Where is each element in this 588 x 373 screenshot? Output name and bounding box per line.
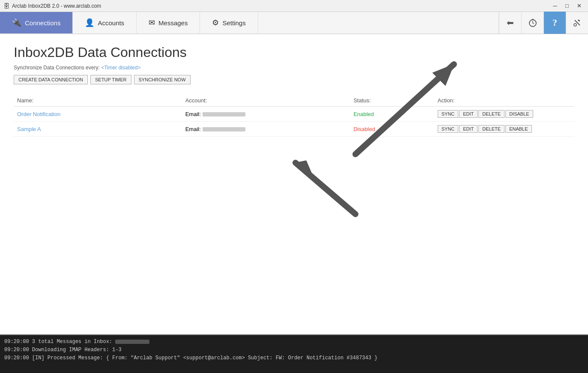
- status-cell-0: Enabled: [350, 107, 434, 122]
- col-header-status: Status:: [350, 95, 434, 107]
- action-sync-button-0[interactable]: SYNC: [438, 110, 459, 118]
- svg-marker-10: [295, 161, 313, 176]
- settings-label: Settings: [222, 19, 245, 27]
- svg-point-6: [574, 24, 576, 26]
- email-blur-0: [203, 112, 245, 116]
- table-row: Order NotificationEmail: EnabledSYNCEDIT…: [14, 107, 574, 122]
- email-blur-1: [203, 127, 245, 131]
- setup-timer-button[interactable]: SETUP TIMER: [90, 75, 131, 84]
- connections-table: Name: Account: Status: Action: Order Not…: [14, 95, 574, 137]
- action-edit-button-0[interactable]: EDIT: [459, 110, 478, 118]
- status-badge-0: Enabled: [353, 111, 374, 117]
- connection-name-link-1[interactable]: Sample A: [17, 126, 41, 132]
- messages-icon: ✉: [149, 18, 155, 27]
- tab-messages[interactable]: ✉ Messages: [137, 12, 200, 33]
- action-enable-button-1[interactable]: ENABLE: [505, 125, 531, 133]
- action-buttons-row: CREATE DATA CONNECTION SETUP TIMER SYNCH…: [14, 75, 574, 84]
- nav-right-buttons: ⬅ ?: [498, 12, 588, 33]
- action-edit-button-1[interactable]: EDIT: [459, 125, 478, 133]
- app-title: Arclab Inbox2DB 2.0 - www.arclab.com: [12, 3, 101, 9]
- help-button[interactable]: ?: [543, 12, 566, 34]
- connections-icon: 🔌: [12, 18, 21, 27]
- action-disable-button-0[interactable]: DISABLE: [505, 110, 533, 118]
- create-connection-button[interactable]: CREATE DATA CONNECTION: [14, 75, 88, 84]
- tab-connections[interactable]: 🔌 Connections: [0, 12, 73, 33]
- page-title: Inbox2DB Data Connections: [14, 45, 574, 60]
- sync-info: Synchronize Data Connections every: <Tim…: [14, 65, 574, 71]
- title-bar: 🗄 Arclab Inbox2DB 2.0 - www.arclab.com ─…: [0, 0, 588, 12]
- account-cell-1: Email:: [182, 122, 350, 137]
- nav-bar: 🔌 Connections 👤 Accounts ✉ Messages ⚙ Se…: [0, 12, 588, 34]
- app-icon: 🗄: [3, 3, 9, 9]
- tab-settings[interactable]: ⚙ Settings: [200, 12, 258, 33]
- main-content: Inbox2DB Data Connections Synchronize Da…: [0, 34, 588, 334]
- tools-button[interactable]: [566, 12, 588, 34]
- timer-button[interactable]: [521, 12, 543, 34]
- status-badge-1: Disabled: [353, 126, 375, 132]
- table-row: Sample AEmail: DisabledSYNCEDITDELETEENA…: [14, 122, 574, 137]
- table-header-row: Name: Account: Status: Action:: [14, 95, 574, 107]
- connections-label: Connections: [25, 19, 60, 27]
- settings-icon: ⚙: [212, 18, 219, 27]
- action-delete-button-0[interactable]: DELETE: [478, 110, 504, 118]
- action-delete-button-1[interactable]: DELETE: [478, 125, 504, 133]
- accounts-label: Accounts: [98, 19, 124, 27]
- maximize-button[interactable]: □: [561, 2, 573, 10]
- accounts-icon: 👤: [85, 18, 94, 27]
- svg-rect-5: [577, 19, 580, 22]
- account-cell-0: Email:: [182, 107, 350, 122]
- messages-label: Messages: [158, 19, 188, 27]
- back-button[interactable]: ⬅: [499, 12, 521, 34]
- connection-name-link-0[interactable]: Order Notification: [17, 111, 60, 117]
- col-header-action: Action:: [434, 95, 574, 107]
- title-bar-controls: ─ □ ✕: [549, 2, 585, 10]
- close-button[interactable]: ✕: [573, 2, 585, 10]
- timer-link[interactable]: <Timer disabled>: [101, 65, 140, 71]
- action-cell-0: SYNCEDITDELETEDISABLE: [434, 107, 574, 122]
- minimize-button[interactable]: ─: [549, 2, 561, 10]
- col-header-name: Name:: [14, 95, 182, 107]
- sync-info-prefix: Synchronize Data Connections every:: [14, 65, 100, 71]
- title-bar-left: 🗄 Arclab Inbox2DB 2.0 - www.arclab.com: [3, 3, 101, 9]
- synchronize-now-button[interactable]: SYNCHRONIZE NOW: [134, 75, 191, 84]
- log-line-2: 09:20:00 Downloading IMAP Headers: 1-3: [4, 346, 584, 354]
- status-cell-1: Disabled: [350, 122, 434, 137]
- col-header-account: Account:: [182, 95, 350, 107]
- action-sync-button-1[interactable]: SYNC: [438, 125, 459, 133]
- svg-line-9: [295, 163, 355, 214]
- log-blur-1: [115, 340, 149, 344]
- tab-accounts[interactable]: 👤 Accounts: [73, 12, 137, 33]
- svg-line-2: [533, 23, 534, 24]
- log-panel: 09:20:00 3 total Messages in Inbox: 09:2…: [0, 334, 588, 373]
- log-line-1: 09:20:00 3 total Messages in Inbox:: [4, 338, 584, 346]
- action-cell-1: SYNCEDITDELETEENABLE: [434, 122, 574, 137]
- log-line-3: 09:20:00 [IN] Processed Message: { From:…: [4, 354, 584, 362]
